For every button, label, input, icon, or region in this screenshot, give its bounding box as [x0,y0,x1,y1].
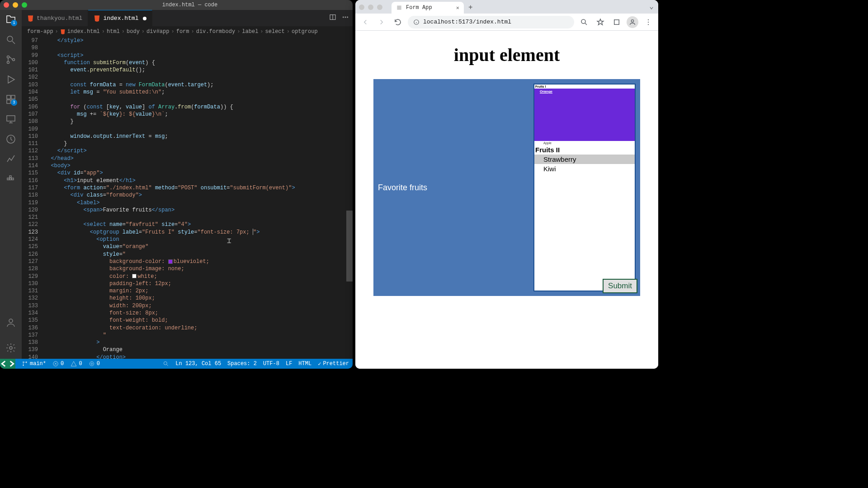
svg-rect-10 [7,178,9,180]
settings-gear-icon[interactable] [5,343,16,353]
run-debug-icon[interactable] [5,74,16,85]
explorer-icon[interactable]: 1 [5,14,16,25]
window-minimize-icon[interactable] [368,5,373,10]
window-minimize-icon[interactable] [13,2,18,8]
page-title: input element [373,44,640,66]
eol-indicator[interactable]: LF [286,361,292,367]
option-apple[interactable]: Apple [534,141,635,145]
optgroup-fruits-1: Fruits I [534,84,635,89]
code-editor[interactable]: 9798991001011021031041051061071081091101… [22,37,353,359]
svg-point-18 [345,17,346,18]
site-info-icon[interactable] [413,19,420,25]
magnify-icon[interactable] [163,361,169,367]
svg-point-25 [91,363,93,365]
tab-close-icon[interactable]: ✕ [456,5,459,11]
split-editor-icon[interactable] [329,14,336,23]
svg-point-14 [9,319,13,323]
browser-window: Form App ✕ + ⌄ localhost:5173/index.html… [355,0,658,369]
graph-icon[interactable] [5,154,16,164]
svg-point-29 [581,19,585,23]
remote-explorer-icon[interactable] [5,114,16,125]
svg-point-34 [648,24,649,25]
explorer-badge: 1 [11,20,17,26]
form-body: Favorite fruits Fruits I Orange Apple Fr… [373,79,640,296]
menu-dots-icon[interactable] [642,16,655,28]
tab-label: index.html [103,15,138,22]
search-icon[interactable] [5,34,16,45]
git-branch[interactable]: main* [22,361,46,367]
account-icon[interactable] [5,317,16,328]
svg-point-31 [631,19,633,22]
favfruit-select[interactable]: Fruits I Orange Apple Fruits II Strawber… [533,84,636,291]
svg-point-17 [343,17,344,18]
reload-button[interactable] [392,16,404,28]
indent-indicator[interactable]: Spaces: 2 [227,361,257,367]
unsaved-dot-icon [143,17,146,20]
chevron-down-icon[interactable]: ⌄ [649,2,654,11]
html-file-icon [94,15,100,22]
source-control-icon[interactable] [5,54,16,65]
svg-point-2 [7,61,9,64]
svg-rect-11 [9,178,11,180]
option-kiwi[interactable]: Kiwi [534,164,635,174]
breadcrumb[interactable]: form-app› index.html› html› body› div#ap… [22,26,353,37]
bookmark-star-icon[interactable] [594,16,607,28]
zoom-icon[interactable] [578,16,590,28]
editor-tabs: thankyou.html index.html [22,10,353,26]
extensions-puzzle-icon[interactable] [610,16,623,28]
window-title: index.html — code [31,2,349,8]
profile-avatar[interactable] [627,16,638,28]
live-share-icon[interactable] [5,134,16,145]
window-close-icon[interactable] [4,2,9,8]
window-maximize-icon[interactable] [377,5,382,10]
svg-point-19 [347,17,348,18]
svg-rect-30 [614,19,619,24]
svg-point-33 [648,21,649,22]
browser-tab[interactable]: Form App ✕ [392,2,464,14]
window-maximize-icon[interactable] [22,2,27,8]
svg-rect-27 [397,5,401,9]
option-strawberry[interactable]: Strawberry [534,155,635,164]
text-cursor-icon: ⌶ [227,238,231,245]
svg-point-32 [648,19,649,20]
overview-ruler[interactable] [346,37,353,359]
extensions-icon[interactable]: 3 [5,94,16,105]
browser-tabstrip: Form App ✕ + ⌄ [355,0,658,14]
docker-icon[interactable] [5,174,16,184]
option-orange[interactable]: Orange [534,89,635,141]
submit-button[interactable]: Submit [603,279,637,293]
prettier-indicator[interactable]: ✓ Prettier [318,361,349,367]
vscode-titlebar: index.html — code [0,0,353,10]
optgroup-fruits-2: Fruits II [534,145,635,155]
tab-index[interactable]: index.html [88,10,152,26]
new-tab-button[interactable]: + [468,4,473,12]
encoding-indicator[interactable]: UTF-8 [263,361,279,367]
back-button[interactable] [359,16,372,28]
svg-rect-5 [11,95,15,99]
problems-indicator[interactable]: 0 0 [52,361,82,367]
address-bar[interactable]: localhost:5173/index.html [408,16,574,28]
svg-rect-6 [7,100,10,103]
svg-rect-13 [9,176,11,178]
favorite-fruits-label: Favorite fruits [378,183,427,192]
extensions-badge: 3 [11,99,17,106]
status-bar: main* 0 0 0 Ln 123, Col 65 Spaces: 2 UTF… [0,359,353,369]
svg-rect-12 [12,178,14,180]
svg-point-26 [164,361,167,365]
browser-toolbar: localhost:5173/index.html [355,14,658,31]
cursor-position[interactable]: Ln 123, Col 65 [175,361,221,367]
language-indicator[interactable]: HTML [298,361,311,367]
svg-point-22 [26,361,27,362]
line-number-gutter: 9798991001011021031041051061071081091101… [22,37,44,359]
tab-title: Form App [406,5,432,11]
more-actions-icon[interactable] [342,14,349,23]
tab-label: thankyou.html [37,15,82,22]
tab-thankyou[interactable]: thankyou.html [22,10,88,26]
window-close-icon[interactable] [359,5,364,10]
svg-point-3 [13,59,15,61]
remote-indicator[interactable] [0,359,15,369]
port-indicator[interactable]: 0 [89,361,100,367]
svg-rect-8 [7,116,15,121]
forward-button[interactable] [375,16,388,28]
html-file-icon [27,15,34,22]
